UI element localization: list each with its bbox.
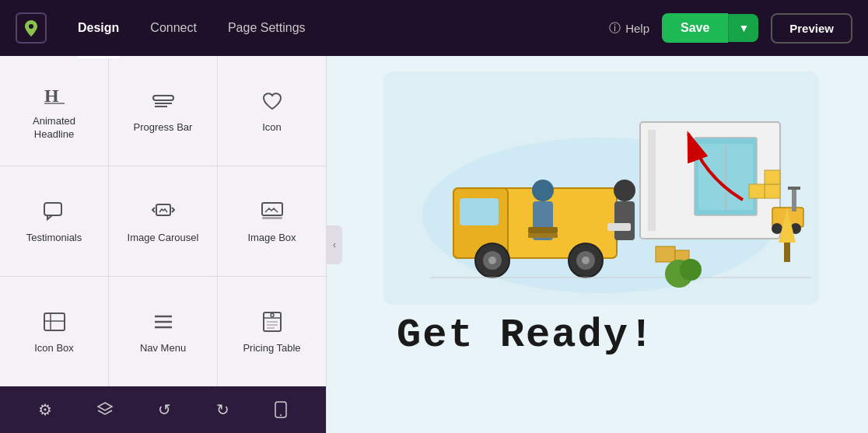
svg-point-17 <box>271 314 274 317</box>
nav-menu-label: Nav Menu <box>140 342 186 355</box>
svg-rect-57 <box>656 246 675 262</box>
save-button-group: Save ▼ <box>662 13 758 43</box>
svg-rect-34 <box>792 188 796 211</box>
canvas-content: Get Ready! <box>327 56 868 433</box>
svg-rect-56 <box>607 223 631 231</box>
svg-rect-30 <box>765 184 780 198</box>
logo <box>16 12 47 44</box>
svg-rect-8 <box>262 217 282 219</box>
icon-box-icon <box>40 308 68 336</box>
widget-pricing-table[interactable]: Pricing Table <box>218 277 326 386</box>
delivery-illustration <box>383 72 819 305</box>
svg-rect-35 <box>788 187 800 190</box>
svg-rect-53 <box>528 233 558 238</box>
testimonials-label: Testimonials <box>26 232 82 245</box>
widget-animated-headline[interactable]: H AnimatedHeadline <box>0 56 108 166</box>
widget-testimonials[interactable]: Testimonials <box>0 166 108 276</box>
animated-headline-label: AnimatedHeadline <box>33 115 75 141</box>
svg-rect-9 <box>44 313 65 330</box>
svg-rect-31 <box>765 170 780 184</box>
svg-point-54 <box>614 180 635 201</box>
svg-point-45 <box>488 257 496 264</box>
nav-menu-icon <box>149 308 177 336</box>
svg-rect-42 <box>460 198 499 225</box>
svg-rect-2 <box>153 96 173 100</box>
nav-tab-design[interactable]: Design <box>78 18 119 38</box>
svg-point-22 <box>280 414 282 416</box>
help-label: Help <box>625 22 649 35</box>
nav-tabs: Design Connect Page Settings <box>78 18 586 38</box>
mobile-icon[interactable] <box>269 396 292 423</box>
get-ready-text: Get Ready! <box>397 313 655 358</box>
sidebar-bottom-bar: ⚙ ↺ ↻ <box>0 386 326 433</box>
history-back-icon[interactable]: ↺ <box>153 396 176 424</box>
image-carousel-label: Image Carousel <box>128 232 199 245</box>
image-carousel-icon <box>149 197 177 225</box>
pricing-table-icon <box>258 308 286 336</box>
nav-tab-page-settings[interactable]: Page Settings <box>228 18 306 38</box>
svg-rect-5 <box>44 203 61 215</box>
widget-image-box[interactable]: Image Box <box>218 166 326 276</box>
sidebar-collapse-handle[interactable]: ‹ <box>327 225 342 264</box>
svg-point-50 <box>532 180 554 201</box>
top-navigation: Design Connect Page Settings ⓘ Help Save… <box>0 0 868 56</box>
pricing-table-label: Pricing Table <box>243 342 300 355</box>
icon-widget-icon <box>258 87 286 115</box>
settings-icon[interactable]: ⚙ <box>33 396 57 424</box>
testimonials-icon <box>40 197 68 225</box>
widget-nav-menu[interactable]: Nav Menu <box>109 277 217 386</box>
widget-icon[interactable]: Icon <box>218 56 326 166</box>
svg-point-36 <box>772 223 782 234</box>
nav-right-actions: ⓘ Help Save ▼ Preview <box>609 13 852 44</box>
save-button[interactable]: Save <box>662 13 728 43</box>
icon-box-label: Icon Box <box>34 342 74 355</box>
widget-progress-bar[interactable]: Progress Bar <box>109 56 217 166</box>
layers-icon[interactable] <box>92 396 118 423</box>
svg-point-60 <box>680 259 702 281</box>
save-dropdown-button[interactable]: ▼ <box>728 14 758 42</box>
help-circle-icon: ⓘ <box>609 21 621 36</box>
history-forward-icon[interactable]: ↻ <box>212 396 234 424</box>
canvas-area: ‹ <box>327 56 868 433</box>
svg-point-48 <box>582 257 590 264</box>
widgets-grid: H AnimatedHeadline Progress Bar <box>0 56 326 386</box>
main-area: H AnimatedHeadline Progress Bar <box>0 56 868 433</box>
svg-rect-52 <box>528 227 558 233</box>
image-box-icon <box>258 197 286 225</box>
svg-rect-55 <box>614 201 635 240</box>
widget-image-carousel[interactable]: Image Carousel <box>109 166 217 276</box>
help-button[interactable]: ⓘ Help <box>609 21 649 36</box>
nav-tab-connect[interactable]: Connect <box>150 18 197 38</box>
sidebar: H AnimatedHeadline Progress Bar <box>0 56 327 433</box>
svg-rect-27 <box>648 130 656 231</box>
svg-rect-32 <box>749 184 765 198</box>
icon-widget-label: Icon <box>262 121 282 134</box>
progress-bar-icon <box>149 87 177 115</box>
widget-icon-box[interactable]: Icon Box <box>0 277 108 386</box>
progress-bar-label: Progress Bar <box>134 121 193 134</box>
preview-button[interactable]: Preview <box>771 13 852 44</box>
image-box-label: Image Box <box>247 232 296 245</box>
animated-headline-icon: H <box>40 81 68 109</box>
